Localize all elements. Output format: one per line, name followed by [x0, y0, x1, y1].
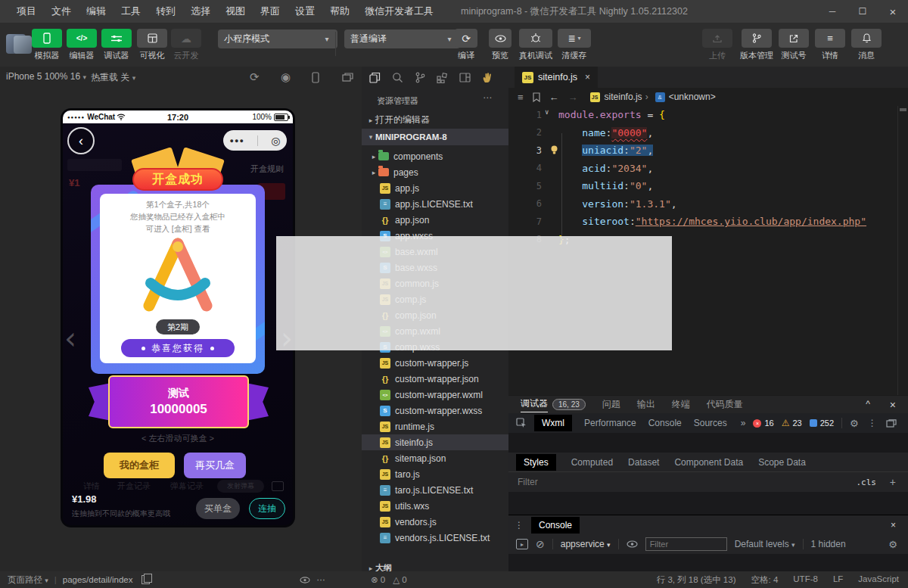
code-line-1[interactable]: 1∨module.exports = {: [508, 106, 897, 124]
simulator-button[interactable]: 模拟器: [30, 29, 64, 61]
menu-item-5[interactable]: 选择: [183, 5, 218, 18]
devtools-tab-Wxml[interactable]: Wxml: [534, 415, 572, 431]
language-mode[interactable]: JavaScript: [858, 574, 899, 586]
console-settings-icon[interactable]: ⚙: [888, 539, 897, 550]
visualizer-button[interactable]: 可视化: [135, 29, 169, 61]
styles-filter-input[interactable]: Filter: [518, 477, 538, 487]
carousel-left-icon[interactable]: ‹: [64, 321, 76, 356]
panel-tab-调试器[interactable]: 调试器16, 23: [521, 397, 586, 412]
fold-icon[interactable]: ∨: [545, 108, 549, 116]
devtools-tab-Console[interactable]: Console: [648, 418, 682, 428]
lightbulb-icon[interactable]: [550, 145, 558, 155]
cls-toggle[interactable]: .cls: [857, 478, 877, 487]
menu-item-6[interactable]: 视图: [218, 5, 253, 18]
menu-item-3[interactable]: 工具: [114, 5, 148, 18]
page-path[interactable]: pages/detail/index: [63, 575, 133, 584]
page-path-dropdown[interactable]: 页面路径 ▾: [8, 574, 48, 586]
layout-icon[interactable]: [459, 73, 471, 82]
file-row-vendors.js[interactable]: JSvendors.js: [362, 514, 508, 530]
file-row-pages[interactable]: ▸pages: [362, 164, 508, 180]
remote-debug-button[interactable]: 真机调试: [515, 29, 557, 61]
file-row-siteinfo.js[interactable]: JSsiteinfo.js: [362, 434, 508, 450]
detach-window-icon[interactable]: [342, 73, 353, 82]
inspect-icon[interactable]: [516, 418, 527, 428]
editor-scrollbar[interactable]: [897, 106, 908, 395]
console-sidebar-icon[interactable]: ▸: [516, 539, 528, 549]
add-style-icon[interactable]: +: [890, 476, 896, 488]
close-panel-icon[interactable]: ×: [890, 399, 896, 411]
nav-forward-icon[interactable]: →: [568, 92, 578, 103]
my-cabinet-button[interactable]: 我的盒柜: [104, 453, 175, 478]
buy-single-button[interactable]: 买单盒: [196, 498, 240, 519]
close-drawer-icon[interactable]: ×: [891, 520, 896, 530]
capsule-menu[interactable]: ●●● ◎: [223, 130, 287, 151]
outline-menu-icon[interactable]: ≡: [518, 92, 524, 103]
indentation[interactable]: 空格: 4: [751, 574, 779, 586]
cursor-position[interactable]: 行 3, 列 18 (选中 13): [657, 574, 736, 586]
devtools-tab-Performance[interactable]: Performance: [584, 418, 636, 428]
record-icon[interactable]: ◉: [281, 70, 291, 84]
more-actions-icon[interactable]: ⋯: [483, 92, 492, 103]
back-button[interactable]: ‹: [67, 127, 95, 154]
clear-console-icon[interactable]: ⊘: [536, 538, 545, 550]
message-count[interactable]: 252: [810, 418, 834, 428]
menu-item-2[interactable]: 编辑: [79, 5, 114, 18]
bookmark-icon[interactable]: [533, 92, 540, 102]
dock-window-icon[interactable]: [886, 419, 897, 428]
buy-more-button[interactable]: 再买几盒: [184, 453, 246, 478]
problems-indicator[interactable]: ⊗ 0 △ 0: [371, 574, 407, 585]
restart-icon[interactable]: ⟳: [250, 70, 260, 84]
panel-tab-问题[interactable]: 问题: [602, 398, 620, 411]
compile-button[interactable]: ⟳ 编译: [448, 29, 484, 61]
copy-icon[interactable]: [141, 575, 150, 584]
breadcrumb-file[interactable]: siteinfo.js: [605, 92, 642, 102]
device-selector[interactable]: iPhone 5 100% 16 ▾: [6, 71, 86, 82]
inspector-tab-Styles[interactable]: Styles: [516, 454, 556, 471]
file-row-custom-wrapper.wxml[interactable]: <>custom-wrapper.wxml: [362, 387, 508, 403]
files-icon[interactable]: [369, 72, 381, 83]
panel-tab-代码质量[interactable]: 代码质量: [707, 398, 743, 411]
file-row-utils.wxs[interactable]: JSutils.wxs: [362, 498, 508, 514]
inspector-tab-Component Data[interactable]: Component Data: [674, 457, 743, 468]
compile-mode-dropdown[interactable]: 普通编译 ▾: [344, 30, 460, 48]
search-icon[interactable]: [392, 72, 403, 83]
file-row-taro.js.LICENSE.txt[interactable]: ≡taro.js.LICENSE.txt: [362, 482, 508, 498]
context-selector[interactable]: appservice ▾: [561, 539, 611, 549]
project-root[interactable]: ▾ MINIPROGRAM-8: [362, 129, 508, 145]
inspector-tab-Scope Data[interactable]: Scope Data: [758, 457, 806, 468]
file-row-custom-wrapper.json[interactable]: {}custom-wrapper.json: [362, 371, 508, 387]
tab-siteinfo[interactable]: JS siteinfo.js ×: [515, 67, 598, 88]
nav-back-icon[interactable]: ←: [549, 92, 559, 103]
debugger-button[interactable]: 调试器: [100, 29, 133, 61]
file-row-custom-wrapper.js[interactable]: JScustom-wrapper.js: [362, 355, 508, 371]
code-line-6[interactable]: 6version:"1.3.1",: [508, 195, 897, 213]
devtools-tab-Sources[interactable]: Sources: [694, 418, 727, 428]
code-line-4[interactable]: 4acid:"2034",: [508, 160, 897, 178]
code-line-3[interactable]: 3uniacid:"2",: [508, 142, 897, 160]
error-count[interactable]: ×16: [753, 418, 773, 428]
console-drawer-tab[interactable]: Console: [531, 517, 580, 534]
editor-button[interactable]: </> 编辑器: [65, 29, 98, 61]
file-row-taro.js[interactable]: JStaro.js: [362, 466, 508, 482]
more-icon[interactable]: ●●●: [230, 137, 244, 145]
open-editors-section[interactable]: ▸ 打开的编辑器: [362, 112, 508, 128]
menu-item-0[interactable]: 项目: [9, 5, 44, 18]
extensions-icon[interactable]: [437, 72, 448, 83]
code-line-5[interactable]: 5multiid:"0",: [508, 177, 897, 195]
close-tab-icon[interactable]: ×: [585, 72, 590, 82]
messages-button[interactable]: 消息: [841, 29, 892, 61]
hot-reload-toggle[interactable]: 热重载 关 ▾: [91, 71, 135, 84]
file-row-app.json[interactable]: {}app.json: [362, 212, 508, 228]
file-row-sitemap.json[interactable]: {}sitemap.json: [362, 450, 508, 466]
menu-item-9[interactable]: 帮助: [322, 5, 357, 18]
menu-item-7[interactable]: 界面: [253, 5, 288, 18]
file-row-vendors.js.LICENSE.txt[interactable]: ≡vendors.js.LICENSE.txt: [362, 530, 508, 546]
device-frame-icon[interactable]: [312, 72, 319, 83]
avatar[interactable]: [6, 34, 26, 54]
log-levels-dropdown[interactable]: Default levels ▾: [735, 539, 795, 549]
menu-item-4[interactable]: 转到: [148, 5, 183, 18]
close-icon[interactable]: ×: [878, 5, 908, 18]
collapse-panel-icon[interactable]: ^: [866, 399, 870, 411]
inspector-tab-Computed[interactable]: Computed: [571, 457, 613, 468]
inspector-tab-Dataset[interactable]: Dataset: [628, 457, 659, 468]
